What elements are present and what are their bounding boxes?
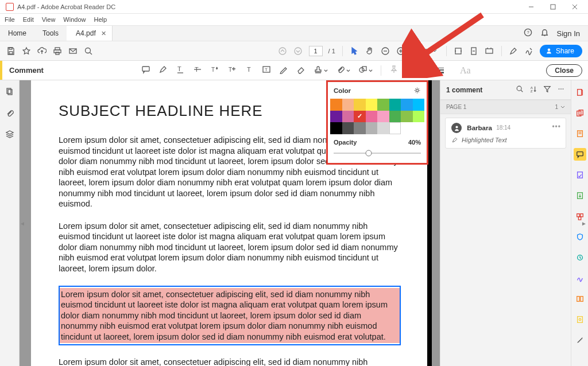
measure-icon[interactable]: [574, 334, 586, 346]
star-icon[interactable]: [21, 46, 31, 56]
stamp-tool[interactable]: [314, 65, 328, 76]
save-icon[interactable]: [6, 46, 16, 56]
window-close-button[interactable]: [564, 0, 586, 14]
comments-page-group[interactable]: PAGE 1 1: [440, 100, 571, 114]
attachments-icon[interactable]: [5, 108, 14, 119]
color-swatch[interactable]: [401, 111, 413, 123]
highlight-text-icon[interactable]: [158, 65, 168, 76]
color-swatch[interactable]: [389, 111, 401, 123]
replace-text-icon[interactable]: T: [210, 65, 219, 76]
bell-icon[interactable]: [540, 28, 549, 38]
color-swatch[interactable]: [413, 99, 425, 111]
sign-tool-icon[interactable]: [574, 272, 586, 285]
color-swatch[interactable]: [342, 111, 354, 123]
sign-in-button[interactable]: Sign In: [557, 29, 580, 38]
tab-tools[interactable]: Tools: [34, 26, 67, 41]
page-down-icon[interactable]: [293, 46, 303, 56]
more-tools-icon[interactable]: [574, 313, 586, 326]
tab-close-icon[interactable]: ✕: [101, 30, 106, 37]
color-swatch[interactable]: [377, 99, 389, 111]
export-pdf-icon[interactable]: [574, 189, 586, 202]
print-icon[interactable]: [52, 46, 62, 56]
mail-icon[interactable]: [68, 46, 78, 56]
zoom-in-icon[interactable]: [396, 46, 406, 56]
color-swatch[interactable]: [354, 122, 366, 134]
next-page-handle[interactable]: ►: [581, 220, 587, 227]
color-swatch[interactable]: [366, 111, 378, 123]
color-swatch[interactable]: [377, 111, 389, 123]
page-current-input[interactable]: 1: [309, 46, 323, 56]
hand-icon[interactable]: [365, 46, 375, 56]
color-swatch[interactable]: [354, 111, 366, 123]
sticky-note-icon[interactable]: [141, 65, 150, 76]
sign-icon[interactable]: [524, 46, 534, 56]
color-swatch[interactable]: [330, 111, 342, 123]
menu-edit[interactable]: Edit: [23, 16, 34, 23]
fit-page-icon[interactable]: [469, 46, 479, 56]
color-swatch[interactable]: [389, 99, 401, 111]
layers-icon[interactable]: [5, 130, 14, 141]
color-swatch[interactable]: [377, 122, 389, 134]
edit-pdf-icon[interactable]: [574, 127, 586, 140]
zoom-select[interactable]: 150%: [412, 46, 439, 56]
filter-comments-icon[interactable]: [543, 85, 551, 95]
window-maximize-button[interactable]: [542, 0, 564, 14]
optimize-icon[interactable]: [574, 251, 586, 264]
document-viewport[interactable]: ◄ SUBJECT HEADLINE HERE Lorem ipsum dolo…: [20, 80, 440, 366]
help-icon[interactable]: ?: [524, 28, 532, 38]
highlighted-selection[interactable]: Lorem ipsum dolor sit amet, consectetuer…: [59, 286, 401, 346]
font-style-button[interactable]: Aa: [460, 65, 471, 76]
pointer-icon[interactable]: [350, 46, 359, 56]
comment-card[interactable]: Barbara 18:14 ••• Highlighted Text: [445, 118, 566, 149]
read-mode-icon[interactable]: [485, 46, 494, 56]
search-icon[interactable]: [83, 46, 93, 56]
create-pdf-icon[interactable]: [574, 86, 586, 99]
upload-cloud-icon[interactable]: [37, 46, 47, 56]
line-weight-button[interactable]: [435, 68, 444, 73]
menu-help[interactable]: Help: [94, 16, 107, 23]
color-swatch[interactable]: [401, 99, 413, 111]
combine-files-icon[interactable]: [574, 107, 586, 119]
color-swatch[interactable]: [342, 99, 354, 111]
color-swatch[interactable]: [413, 111, 425, 123]
search-comments-icon[interactable]: [516, 85, 524, 95]
pin-icon[interactable]: [389, 65, 399, 76]
highlight-icon[interactable]: [509, 46, 519, 56]
prev-page-handle[interactable]: ◄: [20, 220, 25, 227]
color-swatch[interactable]: [342, 122, 354, 134]
color-swatch[interactable]: [389, 122, 401, 134]
text-box-icon[interactable]: T: [262, 65, 271, 76]
thumbnails-icon[interactable]: [5, 87, 14, 98]
color-swatch[interactable]: [366, 99, 378, 111]
tab-document[interactable]: A4.pdf ✕: [67, 26, 113, 41]
close-comment-button[interactable]: Close: [546, 64, 582, 77]
window-minimize-button[interactable]: [520, 0, 542, 14]
menu-view[interactable]: View: [42, 16, 56, 23]
attach-tool[interactable]: [336, 65, 350, 76]
color-swatch[interactable]: [354, 99, 366, 111]
color-swatch[interactable]: [366, 122, 378, 134]
comment-tool-icon[interactable]: [574, 148, 586, 161]
compare-icon[interactable]: [574, 293, 586, 305]
fill-sign-icon[interactable]: [574, 169, 586, 181]
fit-width-icon[interactable]: [454, 46, 463, 56]
page-up-icon[interactable]: [278, 46, 288, 56]
tab-home[interactable]: Home: [0, 26, 34, 41]
protect-icon[interactable]: [574, 231, 586, 243]
underline-text-icon[interactable]: T: [176, 65, 185, 76]
share-button[interactable]: Share: [540, 45, 582, 57]
color-picker-button[interactable]: [415, 67, 423, 75]
menu-file[interactable]: File: [5, 16, 15, 23]
more-options-icon[interactable]: [557, 85, 565, 95]
insert-text-icon[interactable]: T: [227, 65, 237, 76]
menu-window[interactable]: Window: [63, 16, 86, 23]
eraser-icon[interactable]: [296, 65, 305, 76]
color-swatch[interactable]: [330, 99, 342, 111]
zoom-out-icon[interactable]: [381, 46, 390, 56]
strikethrough-icon[interactable]: T: [193, 65, 202, 76]
pencil-draw-icon[interactable]: [279, 65, 288, 76]
text-comment-icon[interactable]: T: [245, 65, 254, 76]
gear-icon[interactable]: [413, 87, 421, 94]
opacity-slider[interactable]: [334, 149, 421, 157]
comment-more-icon[interactable]: •••: [552, 123, 561, 131]
